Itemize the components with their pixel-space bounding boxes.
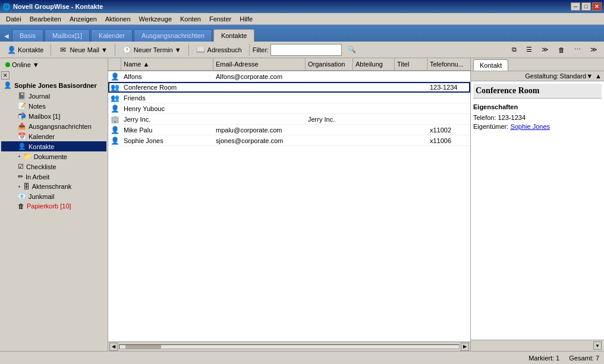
maximize-button[interactable]: □ <box>581 2 591 11</box>
menu-bearbeiten[interactable]: Bearbeiten <box>26 14 65 24</box>
sidebar-item-mailbox[interactable]: 📬 Mailbox [1] <box>1 111 106 121</box>
sidebar-item-notes[interactable]: 📝 Notes <box>1 101 106 111</box>
contact-name-sophie: Sophie Jones <box>121 135 213 146</box>
contact-row-alfons[interactable]: 👤 Alfons Alfons@corporate.com <box>108 71 470 82</box>
in-arbeit-icon: ✏ <box>18 173 23 181</box>
sidebar-item-aktenschrank[interactable]: + 🗄 Aktenschrank <box>1 182 106 191</box>
col-header-title[interactable]: Titel <box>395 58 427 71</box>
junkmail-icon: 📧 <box>18 192 26 200</box>
tab-kalender[interactable]: Kalender <box>91 29 133 42</box>
tab-ausgangsnachrichten[interactable]: Ausgangsnachrichten <box>134 29 212 42</box>
eigentuemer-link[interactable]: Sophie Jones <box>510 123 550 130</box>
online-arrow[interactable]: ▼ <box>33 61 39 68</box>
tab-basis[interactable]: Basis <box>12 29 43 42</box>
contact-title-alfons <box>395 71 427 82</box>
col-title-label: Titel <box>397 61 409 68</box>
menu-fenster[interactable]: Fenster <box>206 14 235 24</box>
toolbar-extra-btn6[interactable]: ≫ <box>586 43 602 56</box>
sidebar-item-ausgangsnachrichten[interactable]: 📤 Ausgangsnachrichten <box>1 121 106 131</box>
gestaltung-arrow[interactable]: ▼ <box>586 72 593 80</box>
menu-aktionen[interactable]: Aktionen <box>102 14 134 24</box>
panel-scroll-up[interactable]: ▲ <box>595 72 602 80</box>
adressbuch-button[interactable]: 📖 Adressbuch <box>192 43 246 56</box>
contact-org-alfons <box>306 71 353 82</box>
neuer-termin-arrow[interactable]: ▼ <box>175 46 181 53</box>
sidebar-item-in-arbeit[interactable]: ✏ In Arbeit <box>1 172 106 182</box>
scroll-right-button[interactable]: ▶ <box>461 343 469 351</box>
sidebar-item-checkliste[interactable]: ☑ Checkliste <box>1 162 106 172</box>
sidebar-item-kalender[interactable]: 📅 Kalender <box>1 131 106 141</box>
sidebar-item-papierkorb[interactable]: 🗑 Papierkorb [10] <box>1 201 106 211</box>
contact-icon-conference-room: 👥 <box>108 82 121 93</box>
sidebar-root[interactable]: 👤 Sophie Jones Basisordner <box>1 80 106 91</box>
contact-dept-mike <box>353 125 395 135</box>
sidebar-close-button[interactable]: ✕ <box>1 71 10 80</box>
contact-dept-conference-room <box>353 82 395 93</box>
sidebar-item-journal[interactable]: 📓 Journal <box>1 91 106 101</box>
contact-name-mike: Mike Palu <box>121 125 213 135</box>
search-icon: 🔍 <box>348 46 356 53</box>
col-header-email[interactable]: Email-Adresse <box>213 58 306 71</box>
col-header-phone[interactable]: Telefonnu... <box>427 58 470 71</box>
online-button[interactable]: Online ▼ <box>1 59 106 70</box>
adressbuch-icon: 📖 <box>196 45 206 55</box>
minimize-button[interactable]: ─ <box>571 2 580 11</box>
panel-scroll-down-button[interactable]: ▼ <box>593 341 602 350</box>
contact-phone-jerry <box>427 114 470 125</box>
contact-row-jerry[interactable]: 🏢 Jerry Inc. Jerry Inc. <box>108 114 470 125</box>
neue-mail-arrow[interactable]: ▼ <box>101 46 108 53</box>
panel-scrollbar-area: ▼ <box>471 340 604 351</box>
contact-row-mike[interactable]: 👤 Mike Palu mpalu@corporate.com x11002 <box>108 125 470 135</box>
sidebar-item-dokumente[interactable]: + 📁 Dokumente <box>1 151 106 162</box>
contact-dept-henry <box>353 103 395 114</box>
scroll-track[interactable] <box>119 344 460 349</box>
toolbar-separator-2 <box>115 44 115 56</box>
contact-panel: Kontakt Gestaltung: Standard ▼ ▲ Confere… <box>470 58 604 351</box>
scroll-left-button[interactable]: ◀ <box>109 343 118 351</box>
col-header-org[interactable]: Organisation <box>306 58 353 71</box>
scroll-thumb[interactable] <box>125 345 161 349</box>
expand-icon: ≫ <box>590 46 597 53</box>
filter-search-button[interactable]: 🔍 <box>344 43 360 56</box>
horizontal-scrollbar[interactable]: ◀ ▶ <box>108 341 470 351</box>
tab-kontakte[interactable]: Kontakte <box>213 29 254 42</box>
menu-konten[interactable]: Konten <box>177 14 205 24</box>
main-area: Online ▼ ✕ 👤 Sophie Jones Basisordner 📓 … <box>0 58 604 351</box>
menu-werkzeuge[interactable]: Werkzeuge <box>136 14 175 24</box>
toolbar-extra-btn2[interactable]: ☰ <box>522 43 536 56</box>
expand-aktenschrank-icon[interactable]: + <box>18 184 21 189</box>
window-title: Novell GroupWise - Kontakte <box>13 3 103 10</box>
close-button[interactable]: ✕ <box>592 2 602 11</box>
filter-input[interactable] <box>270 44 342 56</box>
col-header-dept[interactable]: Abteilung <box>353 58 395 71</box>
tab-mailbox[interactable]: Mailbox[1] <box>45 29 90 42</box>
contact-row-henry[interactable]: 👤 Henry Yubouc <box>108 103 470 114</box>
toolbar-extra-btn3[interactable]: ≫ <box>537 43 553 56</box>
menu-anzeigen[interactable]: Anzeigen <box>66 14 100 24</box>
contact-dept-alfons <box>353 71 395 82</box>
contact-row-friends[interactable]: 👥 Friends <box>108 93 470 103</box>
neue-mail-button[interactable]: ✉ Neue Mail ▼ <box>54 43 111 56</box>
tab-left-arrow[interactable]: ◀ <box>2 30 11 42</box>
kontakte-button[interactable]: 👤 Kontakte <box>2 43 48 56</box>
list-icon: ☰ <box>526 46 532 53</box>
title-bar-left: 🌐 Novell GroupWise - Kontakte <box>2 3 103 11</box>
contact-name-alfons: Alfons <box>121 71 213 82</box>
neuer-termin-button[interactable]: 🕐 Neuer Termin ▼ <box>118 43 185 56</box>
toolbar-extra-btn5[interactable]: ⋯ <box>570 43 585 56</box>
contact-row-sophie[interactable]: 👤 Sophie Jones sjones@corporate.com x110… <box>108 135 470 146</box>
col-header-name[interactable]: Name ▲ <box>121 58 213 71</box>
sidebar-item-kontakte[interactable]: 👤 Kontakte <box>1 141 106 151</box>
contact-table-header: Name ▲ Email-Adresse Organisation Abteil… <box>108 58 470 71</box>
contact-row-conference-room[interactable]: 👥 Conference Room 123-1234 <box>108 82 470 93</box>
expand-dokumente-icon[interactable]: + <box>18 154 21 159</box>
menu-hilfe[interactable]: Hilfe <box>236 14 256 24</box>
contact-title-jerry <box>395 114 427 125</box>
contact-panel-tab-kontakt[interactable]: Kontakt <box>473 59 508 71</box>
menu-datei[interactable]: Datei <box>2 14 25 24</box>
sidebar-item-junkmail[interactable]: 📧 Junkmail <box>1 191 106 201</box>
toolbar-extra-btn1[interactable]: ⧉ <box>508 43 521 56</box>
toolbar-extra-btn4[interactable]: 🗑 <box>554 43 569 56</box>
contact-icon-henry: 👤 <box>108 103 121 114</box>
contact-title-conference-room <box>395 82 427 93</box>
